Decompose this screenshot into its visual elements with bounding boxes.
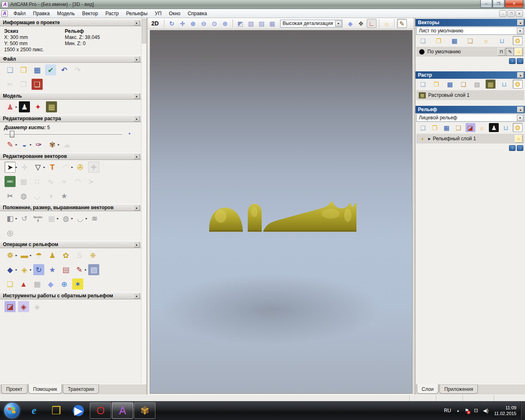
paste-icon[interactable]: ❏ bbox=[32, 79, 43, 90]
menu-help[interactable]: Справка bbox=[184, 9, 211, 18]
view-shaded-wireframe-icon[interactable]: ▧ bbox=[246, 19, 256, 28]
volume-icon[interactable]: ◀) bbox=[483, 408, 488, 413]
relief-import-icon[interactable]: ❑ bbox=[454, 123, 463, 132]
carve-relief-tool-icon[interactable]: ✎ bbox=[74, 264, 85, 275]
scale-relief-tool-icon[interactable]: ✿ bbox=[60, 250, 71, 261]
menu-vector[interactable]: Вектор bbox=[78, 9, 102, 18]
relief-save-icon[interactable]: ▦ bbox=[442, 123, 452, 132]
show-hidden-icons-button[interactable]: ▲ bbox=[457, 409, 460, 413]
relief-layer-visibility-button[interactable]: ☼ bbox=[515, 135, 523, 143]
relief-new-icon[interactable]: ❏ bbox=[418, 123, 428, 132]
set-model-size-icon[interactable]: ♟ bbox=[5, 101, 16, 112]
palette-tool-flyout[interactable]: ▸ bbox=[58, 143, 59, 146]
tab-toolpaths[interactable]: Траектории bbox=[63, 384, 99, 394]
view-wireframe-hidden-icon[interactable]: ▦ bbox=[267, 19, 277, 28]
vectors-new-layer-icon[interactable]: ☼ bbox=[481, 36, 491, 45]
view-wireframe-icon[interactable]: ▨ bbox=[257, 19, 267, 28]
tab-project[interactable]: Проект bbox=[1, 384, 27, 394]
taskbar-explorer-icon[interactable]: ❒ bbox=[46, 402, 67, 419]
vectors-toggle-all-icon[interactable]: ❂ bbox=[513, 36, 523, 45]
vector-section-collapse-button[interactable]: ▲ bbox=[133, 153, 140, 159]
brush-slider-thumb[interactable] bbox=[10, 131, 14, 137]
project-info-collapse-button[interactable]: ▲ bbox=[133, 20, 140, 25]
align-vectors-tool-flyout[interactable]: ▸ bbox=[16, 217, 17, 220]
node-editing-tool-icon[interactable]: ▽ bbox=[32, 162, 43, 173]
dome-relief-tool-icon[interactable]: ♟ bbox=[47, 250, 58, 261]
position-section-collapse-button[interactable]: ▲ bbox=[133, 205, 140, 210]
raster-delete-layer-icon[interactable]: ⊔ bbox=[499, 80, 509, 89]
relief-side-dropdown[interactable]: Лицевой рельеф ▼ bbox=[416, 114, 524, 122]
raster-new-icon[interactable]: ❏ bbox=[418, 80, 428, 89]
menu-model[interactable]: Модель bbox=[53, 9, 78, 18]
node-editing-tool-flyout[interactable]: ▸ bbox=[43, 165, 45, 169]
carve-relief-tool-flyout[interactable]: ▸ bbox=[85, 268, 87, 272]
unwrap-relief-tool-icon[interactable]: ▤ bbox=[60, 264, 71, 275]
taskbar-opera-icon[interactable]: O bbox=[90, 402, 111, 419]
relief-from-model-icon[interactable]: ♟ bbox=[489, 123, 499, 132]
add-plane-tool-icon[interactable]: ▬ bbox=[19, 250, 30, 261]
taskbar-ie-icon[interactable]: e bbox=[23, 402, 45, 419]
language-indicator[interactable]: RU bbox=[444, 408, 451, 413]
create-vector-boundary-tool-icon[interactable]: ◍ bbox=[18, 190, 29, 201]
sculpting-tool-icon[interactable]: ❁ bbox=[5, 250, 16, 261]
raster-layers-collapse-button[interactable]: ▲ bbox=[517, 72, 524, 78]
align-vectors-tool-icon[interactable]: ◧ bbox=[5, 213, 16, 224]
vector-layer-move-up-button[interactable]: ↑ bbox=[509, 58, 516, 64]
paste-around-circle-tool-icon[interactable]: ↺ bbox=[19, 213, 30, 224]
raster-layer-row[interactable]: ▦ Растровый слой 1 bbox=[416, 90, 524, 100]
relief-layer-expand-arrow[interactable]: ▶ bbox=[428, 137, 431, 141]
measure-tool-icon[interactable]: ✇ bbox=[75, 162, 86, 173]
raster-section-collapse-button[interactable]: ▲ bbox=[133, 116, 140, 121]
weld-vectors-tool-icon[interactable]: ◍ bbox=[60, 213, 71, 224]
offset-relief-tool-icon[interactable]: ◆ bbox=[45, 278, 56, 290]
mdi-restore-button[interactable]: ❐ bbox=[507, 10, 515, 17]
inverse-section-collapse-button[interactable]: ▲ bbox=[133, 293, 140, 299]
block-copy-tool-flyout[interactable]: ▸ bbox=[57, 217, 59, 220]
taskbar-artcam-icon[interactable]: A bbox=[112, 402, 133, 419]
assistant-scrollbar-thumb[interactable] bbox=[142, 19, 146, 43]
vectors-import-icon[interactable]: ❑ bbox=[466, 36, 475, 45]
copy-relief-tool-icon[interactable]: ↻ bbox=[33, 264, 44, 275]
mdi-close-button[interactable]: ✕ bbox=[516, 10, 523, 17]
network-icon[interactable]: ⊡ bbox=[474, 408, 478, 413]
set-model-size-flyout[interactable]: ▸ bbox=[16, 105, 17, 109]
vector-layer-visibility-button[interactable]: ☼ bbox=[515, 48, 523, 56]
vector-sheet-dropdown-arrow[interactable]: ▼ bbox=[517, 28, 523, 34]
assistant-scrollbar[interactable] bbox=[141, 18, 146, 384]
relief-3d-object[interactable] bbox=[208, 196, 361, 234]
fit-vectors-tool-flyout[interactable]: ▸ bbox=[86, 217, 87, 220]
new-model-icon[interactable]: ❏ bbox=[5, 64, 16, 75]
rotate-view-icon[interactable]: ↻ bbox=[167, 19, 177, 28]
scale-relief-height-tool-flyout[interactable]: ▸ bbox=[30, 268, 32, 272]
relief-envelope-tool-flyout[interactable]: ▸ bbox=[16, 268, 17, 272]
3d-view-canvas[interactable] bbox=[150, 30, 413, 394]
weld-vectors-tool-flyout[interactable]: ▸ bbox=[71, 217, 73, 220]
relief-layer-row[interactable]: ◖ ▶ Рельефный слой 1 ☼ bbox=[416, 134, 524, 144]
menu-edit[interactable]: Правка bbox=[30, 9, 54, 18]
nesting-tool-icon[interactable]: Nesting bbox=[32, 213, 43, 224]
scale-relief-height-tool-icon[interactable]: ◈ bbox=[19, 264, 30, 275]
relief-envelope-tool-icon[interactable]: ◆ bbox=[5, 264, 16, 275]
paint-tool-flyout[interactable]: ▸ bbox=[16, 143, 17, 146]
tab-assistant[interactable]: Помощник bbox=[28, 384, 62, 394]
toggle-draft-plane-icon[interactable]: ◆ bbox=[345, 19, 355, 28]
relief-open-icon[interactable]: ❒ bbox=[430, 123, 440, 132]
reliefops-section-collapse-button[interactable]: ▲ bbox=[133, 242, 140, 247]
menu-window[interactable]: Окно bbox=[165, 9, 184, 18]
zoom-out-icon[interactable]: ⊖ bbox=[199, 19, 209, 28]
switch-2d-view-button[interactable]: 2D bbox=[151, 20, 159, 27]
pan-view-icon[interactable]: ✛ bbox=[178, 19, 187, 28]
toggle-light-icon[interactable]: ☼ bbox=[382, 19, 392, 28]
lighting-setup-icon[interactable]: ✦ bbox=[32, 101, 43, 112]
trim-vectors-tool-icon[interactable]: ✂ bbox=[5, 190, 16, 201]
relief-toggle-all-icon[interactable]: ❂ bbox=[513, 123, 523, 132]
menu-raster[interactable]: Растр bbox=[102, 9, 122, 18]
select-vectors-tool-flyout[interactable]: ▸ bbox=[16, 165, 17, 169]
vectors-save-icon[interactable]: ▦ bbox=[450, 36, 459, 45]
tab-applications[interactable]: Приложения bbox=[439, 384, 478, 394]
text-along-curve-tool-icon[interactable]: ABC bbox=[5, 176, 16, 187]
menu-reliefs[interactable]: Рельефы bbox=[122, 9, 151, 18]
wrap-relief-tool-icon[interactable]: ✶ bbox=[72, 278, 83, 290]
vectors-new-sheet-icon[interactable]: ❏ bbox=[418, 36, 428, 45]
paint-tool-icon[interactable]: ✎ bbox=[5, 139, 16, 150]
